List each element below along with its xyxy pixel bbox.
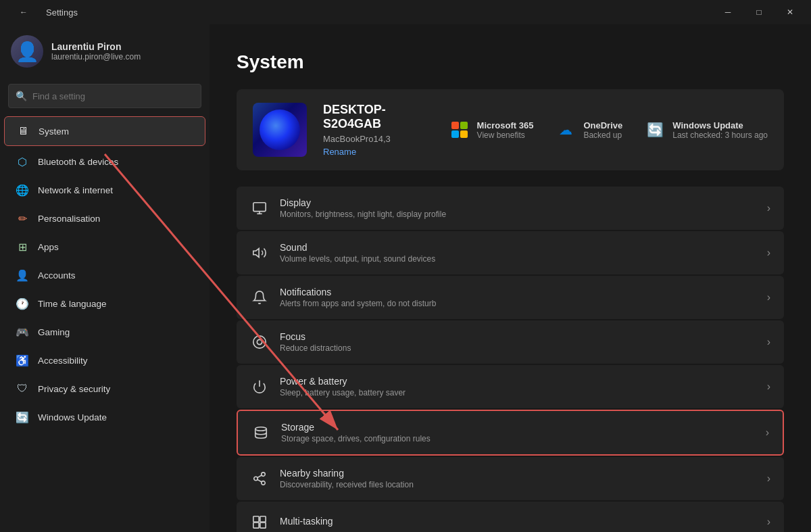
settings-item-sound[interactable]: Sound Volume levels, output, input, soun… [237,231,784,274]
user-email: laurentiu.piron@live.com [51,52,141,62]
settings-item-storage-desc: Storage space, drives, configuration rul… [281,434,755,443]
network-icon: 🌐 [15,183,30,197]
title-bar: ← Settings ─ □ ✕ [0,0,811,24]
settings-item-sound-text: Sound Volume levels, output, input, soun… [280,242,756,264]
svg-rect-16 [260,516,266,522]
sidebar-item-personalisation[interactable]: ✏ Personalisation [4,204,205,233]
svg-rect-15 [253,516,259,522]
search-icon: 🔍 [16,91,27,101]
multitasking-chevron-icon: › [767,516,770,528]
display-chevron-icon: › [767,202,770,214]
settings-item-storage-text: Storage Storage space, drives, configura… [281,422,755,443]
svg-rect-17 [253,523,259,528]
sidebar-item-label-windowsupdate: Windows Update [38,412,107,422]
sidebar-item-time[interactable]: 🕐 Time & language [4,289,205,318]
sidebar-item-label-accounts: Accounts [38,270,76,281]
maximize-button[interactable]: □ [743,0,775,24]
settings-item-sound-desc: Volume levels, output, input, sound devi… [280,254,756,264]
title-bar-title: Settings [46,7,78,18]
sidebar-item-label-gaming: Gaming [38,327,70,337]
device-rename-link[interactable]: Rename [323,147,433,157]
search-container: 🔍 [0,78,210,116]
minimize-button[interactable]: ─ [712,0,743,24]
settings-item-display[interactable]: Display Monitors, brightness, night ligh… [237,187,784,230]
settings-item-nearbysharing[interactable]: Nearby sharing Discoverability, received… [237,457,784,500]
svg-rect-18 [260,523,266,528]
service-winupdate-info: Windows Update Last checked: 3 hours ago [672,120,768,140]
settings-item-power-text: Power & battery Sleep, battery usage, ba… [280,376,756,397]
device-info: DESKTOP-S2O4GAB MacBookPro14,3 Rename [323,103,433,157]
settings-item-power-title: Power & battery [280,376,756,387]
nearbysharing-icon [250,469,269,488]
sidebar-item-privacy[interactable]: 🛡 Privacy & security [4,374,205,403]
settings-item-focus-title: Focus [280,331,756,342]
service-winupdate-name: Windows Update [672,120,768,130]
svg-point-9 [255,427,267,431]
device-name: DESKTOP-S2O4GAB [323,103,433,131]
settings-item-power-desc: Sleep, battery usage, battery saver [280,388,756,397]
settings-item-power[interactable]: Power & battery Sleep, battery usage, ba… [237,365,784,408]
title-bar-controls: ─ □ ✕ [712,0,806,24]
display-icon [250,199,269,218]
sidebar-item-label-privacy: Privacy & security [38,384,110,394]
sidebar-item-label-network: Network & internet [38,185,113,195]
settings-item-focus-text: Focus Reduce distractions [280,331,756,353]
service-winupdate[interactable]: 🔄 Windows Update Last checked: 3 hours a… [644,119,768,141]
accounts-icon: 👤 [15,268,30,283]
device-model: MacBookPro14,3 [323,134,433,144]
settings-item-multitasking-title: Multi-tasking [280,516,756,527]
sidebar-item-accessibility[interactable]: ♿ Accessibility [4,346,205,374]
service-ms365-name: Microsoft 365 [477,120,534,130]
search-input[interactable] [32,91,194,101]
notifications-chevron-icon: › [767,291,770,304]
sidebar-item-network[interactable]: 🌐 Network & internet [4,176,205,204]
settings-item-notifications-title: Notifications [280,287,756,297]
sidebar-item-label-accessibility: Accessibility [38,356,88,366]
gaming-icon: 🎮 [15,324,30,339]
service-ms365-info: Microsoft 365 View benefits [477,120,534,140]
sidebar-item-label-apps: Apps [38,242,59,252]
svg-point-10 [262,473,266,477]
main-content: System DESKTOP-S2O4GAB MacBookPro14,3 Re… [210,24,811,532]
svg-line-14 [257,475,262,478]
settings-item-multitasking[interactable]: Multi-tasking › [237,502,784,532]
storage-icon [251,423,270,442]
service-onedrive[interactable]: ☁ OneDrive Backed up [555,119,622,141]
settings-item-notifications[interactable]: Notifications Alerts from apps and syste… [237,276,784,319]
user-profile[interactable]: 👤 Laurentiu Piron laurentiu.piron@live.c… [0,24,210,78]
svg-marker-5 [253,249,259,258]
app-body: 👤 Laurentiu Piron laurentiu.piron@live.c… [0,24,811,532]
close-button[interactable]: ✕ [775,0,806,24]
service-onedrive-info: OneDrive Backed up [583,120,622,140]
svg-point-12 [262,481,266,485]
sidebar-item-label-personalisation: Personalisation [38,214,100,224]
accessibility-icon: ♿ [15,353,30,368]
sidebar-item-accounts[interactable]: 👤 Accounts [4,261,205,289]
settings-item-focus[interactable]: Focus Reduce distractions › [237,320,784,364]
storage-chevron-icon: › [766,427,769,439]
settings-item-nearbysharing-desc: Discoverability, received files location [280,480,756,489]
settings-item-sound-title: Sound [280,242,756,253]
search-box[interactable]: 🔍 [8,84,201,108]
settings-item-storage[interactable]: Storage Storage space, drives, configura… [237,410,784,456]
settings-item-nearbysharing-title: Nearby sharing [280,468,756,479]
sidebar-item-windowsupdate[interactable]: 🔄 Windows Update [4,403,205,431]
settings-item-display-title: Display [280,197,756,208]
user-info: Laurentiu Piron laurentiu.piron@live.com [51,41,141,62]
nearbysharing-chevron-icon: › [767,473,770,485]
sidebar-item-system[interactable]: 🖥 System [4,116,205,146]
sidebar-item-apps[interactable]: ⊞ Apps [4,233,205,261]
service-ms365[interactable]: Microsoft 365 View benefits [449,119,534,141]
sidebar-item-bluetooth[interactable]: ⬡ Bluetooth & devices [4,147,205,176]
back-button[interactable]: ← [8,0,39,24]
ms365-icon [449,119,470,141]
svg-rect-2 [253,203,266,212]
page-title: System [237,51,784,73]
multitasking-icon [250,512,269,531]
sidebar-item-gaming[interactable]: 🎮 Gaming [4,318,205,346]
onedrive-icon: ☁ [555,119,576,141]
time-icon: 🕐 [15,296,30,311]
settings-item-multitasking-text: Multi-tasking [280,516,756,528]
settings-item-display-desc: Monitors, brightness, night light, displ… [280,210,756,219]
settings-item-notifications-text: Notifications Alerts from apps and syste… [280,287,756,308]
